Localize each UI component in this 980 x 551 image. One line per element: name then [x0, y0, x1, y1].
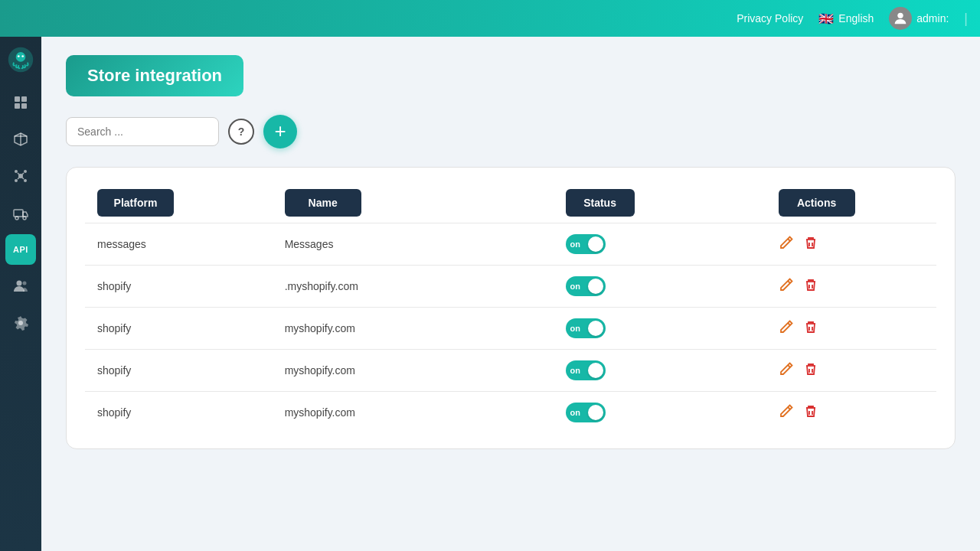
cell-platform-0: messages	[85, 223, 273, 266]
page-title: Store integration	[87, 66, 222, 86]
api-icon[interactable]: API	[5, 234, 36, 265]
svg-line-20	[22, 178, 24, 179]
svg-rect-7	[15, 103, 20, 109]
toggle-knob-2	[588, 321, 603, 336]
privacy-policy-link[interactable]: Privacy Policy	[737, 12, 803, 24]
admin-menu[interactable]: admin:	[889, 7, 949, 30]
privacy-policy-label: Privacy Policy	[737, 12, 803, 24]
integrations-icon[interactable]	[5, 161, 36, 191]
edit-button-4[interactable]	[779, 403, 794, 422]
cell-name-4: myshopify.com	[273, 392, 554, 434]
main-layout: API Store integration	[0, 37, 980, 551]
status-toggle-0[interactable]: on	[566, 234, 606, 254]
delete-button-3[interactable]	[803, 361, 818, 380]
sidebar-logo	[7, 46, 34, 73]
delete-button-1[interactable]	[803, 277, 818, 296]
action-buttons-4	[779, 403, 924, 422]
svg-point-4	[21, 55, 24, 57]
toggle-label-4: on	[570, 408, 580, 417]
delete-button-2[interactable]	[803, 319, 818, 338]
table-row: shopify .myshopify.com on	[85, 266, 936, 308]
page-content: Store integration ? + Platform	[41, 37, 980, 551]
toggle-label-0: on	[570, 240, 580, 249]
cell-status-1: on	[554, 266, 766, 308]
dashboard-icon[interactable]	[5, 87, 36, 118]
cell-platform-3: shopify	[85, 350, 273, 392]
toggle-label-1: on	[570, 282, 580, 291]
toggle-knob-1	[588, 279, 603, 294]
svg-point-24	[17, 281, 22, 286]
svg-point-3	[18, 55, 20, 57]
table-row: shopify myshopify.com on	[85, 350, 936, 392]
svg-line-33	[788, 323, 790, 325]
cell-name-0: Messages	[273, 223, 554, 266]
svg-point-25	[23, 282, 27, 285]
svg-line-39	[788, 407, 790, 409]
status-toggle-1[interactable]: on	[566, 276, 606, 296]
cell-status-3: on	[554, 350, 766, 392]
svg-point-13	[15, 170, 18, 173]
add-integration-button[interactable]: +	[263, 115, 297, 148]
settings-icon[interactable]	[5, 308, 36, 338]
table-header: Platform Name Status	[85, 183, 936, 223]
toggle-knob-0	[588, 236, 603, 252]
platform-sort-button[interactable]: Platform	[97, 189, 174, 217]
search-row: ? +	[66, 115, 956, 148]
name-sort-button[interactable]: Name	[285, 189, 361, 217]
table-row: shopify myshopify.com on	[85, 392, 936, 434]
table-row: messages Messages on	[85, 223, 936, 266]
language-selector[interactable]: 🇬🇧 English	[818, 11, 874, 26]
toggle-wrap-2: on	[566, 318, 754, 338]
delete-button-4[interactable]	[803, 403, 818, 422]
box-icon[interactable]	[5, 124, 36, 155]
search-input-wrap	[66, 117, 219, 146]
actions-sort-button[interactable]: Actions	[779, 189, 855, 217]
svg-line-36	[788, 365, 790, 367]
cell-status-0: on	[554, 223, 766, 266]
cell-name-2: myshopify.com	[273, 308, 554, 350]
svg-rect-6	[21, 96, 27, 102]
flag-icon: 🇬🇧	[818, 11, 834, 26]
edit-button-3[interactable]	[779, 361, 794, 380]
cell-actions-1	[766, 266, 936, 308]
search-input[interactable]	[66, 117, 219, 146]
svg-line-18	[22, 173, 24, 174]
edit-button-2[interactable]	[779, 319, 794, 338]
svg-line-17	[18, 173, 19, 174]
status-toggle-3[interactable]: on	[566, 360, 606, 380]
status-sort-button[interactable]: Status	[566, 189, 635, 217]
cell-actions-0	[766, 223, 936, 266]
svg-rect-8	[21, 103, 27, 109]
svg-point-23	[23, 217, 26, 220]
table-row: shopify myshopify.com on	[85, 308, 936, 350]
svg-rect-5	[15, 96, 20, 102]
status-toggle-4[interactable]: on	[566, 403, 606, 422]
svg-point-22	[15, 217, 18, 220]
users-icon[interactable]	[5, 271, 36, 302]
svg-point-16	[24, 179, 27, 182]
col-header-name: Name	[273, 183, 554, 223]
status-toggle-2[interactable]: on	[566, 318, 606, 338]
cell-actions-2	[766, 308, 936, 350]
action-buttons-3	[779, 361, 924, 380]
edit-button-0[interactable]	[779, 235, 794, 254]
delete-button-0[interactable]	[803, 235, 818, 254]
svg-point-14	[24, 170, 27, 173]
svg-line-27	[788, 239, 790, 241]
integrations-table: Platform Name Status	[85, 183, 936, 433]
toggle-knob-4	[588, 405, 603, 420]
col-header-platform: Platform	[85, 183, 273, 223]
edit-button-1[interactable]	[779, 277, 794, 296]
toggle-wrap-3: on	[566, 360, 754, 380]
page-title-banner: Store integration	[66, 55, 243, 96]
toggle-knob-3	[588, 363, 603, 378]
col-header-status: Status	[554, 183, 766, 223]
action-buttons-1	[779, 277, 924, 296]
toggle-label-2: on	[570, 324, 580, 333]
shipping-icon[interactable]	[5, 197, 36, 228]
cell-platform-2: shopify	[85, 308, 273, 350]
svg-point-2	[16, 52, 26, 62]
help-button[interactable]: ?	[228, 119, 254, 145]
svg-line-19	[18, 178, 19, 179]
api-label: API	[13, 245, 28, 254]
